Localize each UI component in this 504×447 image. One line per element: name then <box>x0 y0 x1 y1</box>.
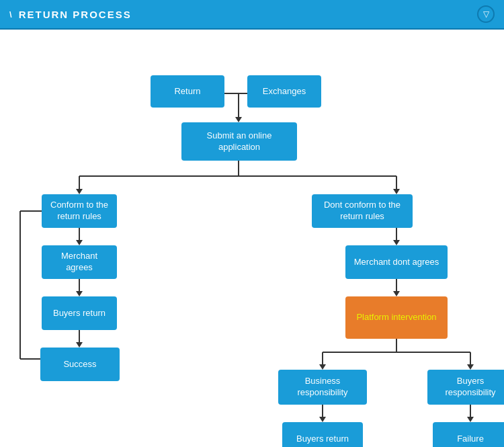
failure-box: Failure <box>433 422 504 447</box>
svg-marker-26 <box>319 364 326 370</box>
diagram-container: Return Exchanges Submit an online applic… <box>0 30 504 446</box>
svg-marker-22 <box>393 291 400 296</box>
submit-box: Submit an online application <box>181 122 297 161</box>
backslash-icon: \ <box>9 9 13 19</box>
header: \ RETURN PROCESS ▽ <box>0 0 504 30</box>
title-text: RETURN PROCESS <box>19 9 132 20</box>
dont-conform-box: Dont conform to the return rules <box>312 194 413 228</box>
svg-marker-30 <box>319 417 326 422</box>
svg-marker-14 <box>76 342 83 348</box>
buyers-return-right-box: Buyers return <box>282 422 363 447</box>
svg-marker-28 <box>467 364 474 370</box>
return-box: Return <box>151 75 224 108</box>
exchanges-box: Exchanges <box>247 75 321 108</box>
buyers-return-left-box: Buyers return <box>42 296 117 330</box>
svg-marker-8 <box>393 189 400 194</box>
chevron-down-icon: ▽ <box>483 9 489 19</box>
svg-marker-12 <box>76 291 83 296</box>
svg-marker-6 <box>76 189 83 194</box>
svg-marker-10 <box>76 240 83 245</box>
merchant-dont-box: Merchant dont agrees <box>345 245 448 279</box>
success-box: Success <box>40 348 120 381</box>
buyers-responsibility-box: Buyers responsibility <box>427 370 504 405</box>
merchant-agrees-box: Merchant agrees <box>42 245 117 279</box>
header-expand-button[interactable]: ▽ <box>477 5 495 23</box>
business-box: Business responsibility <box>278 370 367 405</box>
header-title: \ RETURN PROCESS <box>9 9 132 20</box>
svg-marker-20 <box>393 240 400 245</box>
conform-box: Conform to the return rules <box>42 194 117 228</box>
svg-marker-32 <box>467 417 474 422</box>
platform-box: Platform intervention <box>345 296 448 339</box>
svg-marker-2 <box>235 117 242 122</box>
